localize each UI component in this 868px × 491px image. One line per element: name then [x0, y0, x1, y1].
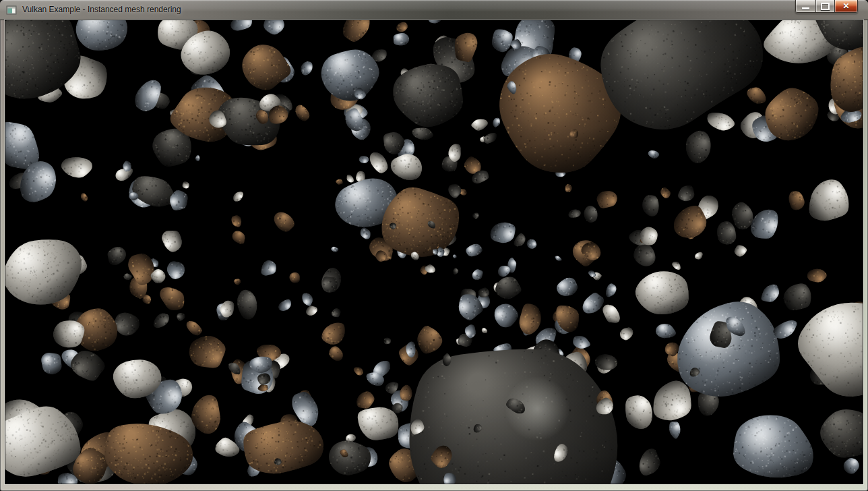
title-bar[interactable]: Vulkan Example - Instanced mesh renderin…	[0, 0, 868, 20]
app-window: Vulkan Example - Instanced mesh renderin…	[0, 0, 868, 491]
window-controls: ✕	[795, 0, 858, 13]
minimize-button[interactable]	[795, 0, 815, 13]
maximize-icon	[821, 3, 830, 10]
app-icon[interactable]	[6, 5, 17, 16]
close-icon: ✕	[842, 1, 849, 12]
app-icon-image	[6, 5, 17, 16]
window-title: Vulkan Example - Instanced mesh renderin…	[22, 0, 181, 20]
close-button[interactable]: ✕	[835, 0, 858, 13]
render-viewport[interactable]	[5, 20, 863, 484]
maximize-button[interactable]	[815, 0, 835, 13]
render-area	[5, 20, 863, 484]
minimize-icon	[802, 7, 809, 9]
